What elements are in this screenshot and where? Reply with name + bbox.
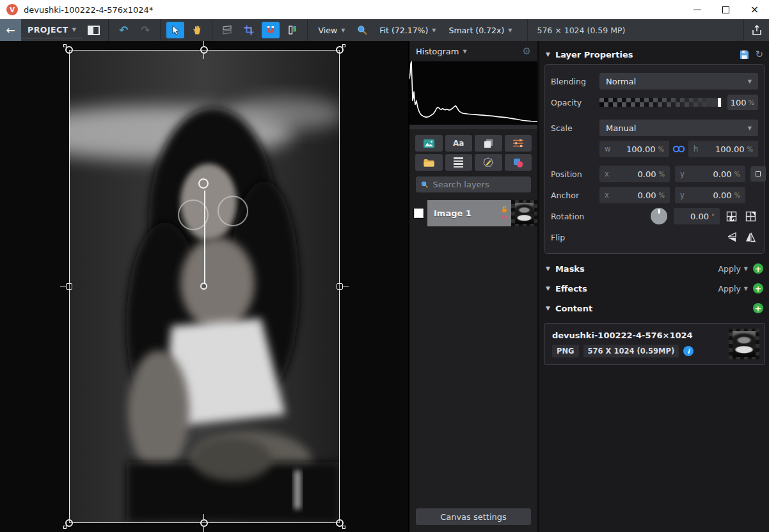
project-menu-button[interactable]: PROJECT ▼ bbox=[21, 22, 83, 38]
unlock-icon[interactable] bbox=[501, 206, 508, 213]
zoom-button[interactable] bbox=[353, 22, 371, 38]
position-x-value: 0.00 bbox=[612, 169, 656, 179]
add-effect-button[interactable]: + bbox=[753, 283, 763, 293]
chevron-down-icon: ▼ bbox=[432, 27, 436, 33]
layer-visibility-toggle[interactable] bbox=[409, 208, 427, 218]
masks-apply-dropdown[interactable]: Apply ▼ bbox=[718, 264, 748, 274]
search-layers-input[interactable] bbox=[433, 180, 526, 189]
panel-layout-icon bbox=[88, 26, 100, 35]
rotate-ccw-button[interactable] bbox=[724, 208, 739, 224]
app-logo-icon: V bbox=[6, 4, 18, 15]
h-unit: % bbox=[747, 146, 753, 153]
position-x-field[interactable]: x 0.00 % bbox=[599, 166, 670, 182]
position-y-field[interactable]: y 0.00 % bbox=[675, 166, 745, 182]
anchor-x-field[interactable]: x 0.00 % bbox=[599, 187, 670, 203]
y-prefix: y bbox=[680, 191, 685, 199]
open-folder-button[interactable] bbox=[415, 154, 443, 171]
effects-apply-dropdown[interactable]: Apply ▼ bbox=[718, 284, 748, 293]
view-menu-button[interactable]: View ▼ bbox=[312, 26, 351, 35]
add-text-button[interactable]: Aa bbox=[445, 135, 473, 152]
selection-handle-top-center[interactable] bbox=[200, 46, 208, 54]
opacity-slider[interactable] bbox=[599, 98, 722, 107]
duplicate-button[interactable] bbox=[475, 135, 502, 152]
close-button[interactable]: × bbox=[740, 0, 769, 19]
hand-tool-button[interactable] bbox=[188, 22, 206, 38]
masks-section-header[interactable]: ▼ Masks Apply ▼ + bbox=[544, 259, 765, 278]
edit-shape-button[interactable] bbox=[475, 154, 502, 171]
anchor-point-handle[interactable] bbox=[200, 283, 207, 290]
opacity-slider-handle[interactable] bbox=[718, 98, 721, 107]
back-icon: ← bbox=[6, 24, 15, 36]
back-button[interactable]: ← bbox=[0, 19, 21, 41]
gear-icon[interactable]: ⚙ bbox=[523, 45, 531, 57]
anchor-y-field[interactable]: y 0.00 % bbox=[675, 187, 745, 203]
fit-zoom-dropdown[interactable]: Fit (72.17%) ▼ bbox=[373, 26, 442, 35]
flip-vertical-button[interactable] bbox=[724, 230, 739, 245]
content-section-header[interactable]: ▼ Content + bbox=[544, 299, 765, 318]
project-label: PROJECT bbox=[28, 25, 68, 35]
collapse-triangle-icon: ▼ bbox=[546, 285, 550, 292]
chevron-down-icon: ▼ bbox=[748, 79, 752, 84]
refresh-icon[interactable]: ↻ bbox=[755, 49, 763, 60]
position-reference-button[interactable] bbox=[750, 166, 766, 182]
add-content-button[interactable]: + bbox=[753, 303, 763, 313]
columns-tool-button[interactable] bbox=[283, 22, 301, 38]
rotation-knob[interactable] bbox=[651, 208, 667, 224]
anchor-line bbox=[204, 191, 205, 283]
distort-tool-button[interactable] bbox=[218, 22, 236, 38]
x-prefix: x bbox=[605, 191, 609, 199]
crop-tool-button[interactable] bbox=[240, 22, 258, 38]
redo-button[interactable]: ↷ bbox=[136, 22, 154, 38]
minimize-button[interactable] bbox=[683, 0, 711, 19]
flip-horizontal-button[interactable] bbox=[743, 230, 758, 245]
rotate-cw-button[interactable] bbox=[743, 208, 758, 224]
save-icon[interactable] bbox=[740, 50, 749, 59]
toggle-panel-button[interactable] bbox=[84, 22, 102, 38]
panel-title: Layer Properties bbox=[555, 50, 633, 59]
scale-mode-select[interactable]: Manual ▼ bbox=[599, 120, 758, 136]
magnet-icon bbox=[266, 25, 276, 35]
selection-handle-bottom-left[interactable] bbox=[65, 519, 73, 527]
add-mask-button[interactable]: + bbox=[753, 263, 763, 274]
canvas-settings-button[interactable]: Canvas settings bbox=[416, 508, 531, 525]
selection-handle-right-middle[interactable] bbox=[337, 283, 343, 290]
format-badge: PNG bbox=[552, 345, 579, 357]
undo-button[interactable]: ↶ bbox=[115, 22, 132, 38]
effects-section-header[interactable]: ▼ Effects Apply ▼ + bbox=[544, 279, 765, 298]
add-image-button[interactable] bbox=[415, 135, 443, 152]
rotation-field[interactable]: 0.00 ° bbox=[674, 208, 720, 224]
blending-select[interactable]: Normal ▼ bbox=[599, 73, 758, 90]
columns-icon bbox=[287, 25, 297, 35]
search-layers-box[interactable] bbox=[416, 176, 531, 192]
canvas-area[interactable] bbox=[0, 41, 409, 532]
selection-handle-left-middle[interactable] bbox=[66, 283, 72, 290]
selection-handle-bottom-center[interactable] bbox=[200, 519, 208, 527]
selection-handle-top-left[interactable] bbox=[65, 46, 73, 54]
shapes-button[interactable] bbox=[505, 154, 532, 171]
layer-properties-header[interactable]: ▼ Layer Properties ↻ bbox=[544, 45, 765, 64]
opacity-value-box[interactable]: 100 % bbox=[727, 95, 758, 110]
pointer-tool-button[interactable] bbox=[166, 22, 184, 38]
maximize-button[interactable] bbox=[711, 0, 740, 19]
rotation-handle[interactable] bbox=[198, 178, 209, 189]
export-button[interactable] bbox=[743, 19, 769, 41]
layer-item-image1[interactable]: Image 1 ✂ bbox=[427, 200, 537, 226]
info-icon[interactable]: i bbox=[683, 346, 694, 356]
content-item-card[interactable]: devushki-100222-4-576×1024 PNG 576 X 102… bbox=[544, 323, 765, 365]
selection-handle-top-right[interactable] bbox=[336, 46, 344, 54]
snap-tool-button[interactable] bbox=[262, 22, 280, 38]
w-unit: % bbox=[658, 146, 664, 153]
list-view-button[interactable] bbox=[445, 154, 473, 171]
scale-width-field[interactable]: w 100.00 % bbox=[599, 141, 669, 157]
redo-icon: ↷ bbox=[141, 24, 150, 36]
scale-height-field[interactable]: h 100.00 % bbox=[688, 141, 758, 157]
scissors-icon[interactable]: ✂ bbox=[501, 214, 507, 221]
layer-row[interactable]: Image 1 ✂ bbox=[409, 200, 537, 226]
selection-handle-bottom-right[interactable] bbox=[336, 519, 344, 527]
link-dimensions-icon[interactable] bbox=[672, 145, 686, 153]
smart-zoom-dropdown[interactable]: Smart (0.72x) ▼ bbox=[443, 26, 519, 35]
adjustments-button[interactable] bbox=[505, 135, 532, 152]
chevron-down-icon: ▼ bbox=[744, 286, 748, 292]
histogram-title[interactable]: Histogram bbox=[416, 47, 459, 56]
apply-label: Apply bbox=[718, 284, 741, 293]
